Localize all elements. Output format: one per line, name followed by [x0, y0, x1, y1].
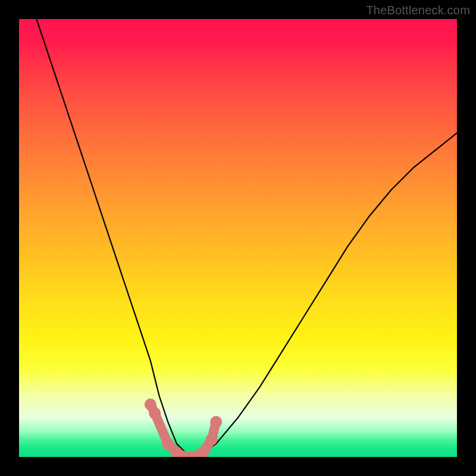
marker-dot [206, 434, 218, 446]
chart-svg [19, 19, 457, 457]
marker-dot [149, 407, 161, 419]
chart-frame: TheBottleneck.com [0, 0, 476, 476]
marker-dot [210, 416, 222, 428]
bottleneck-curve [36, 19, 457, 457]
curve-markers [145, 399, 222, 457]
marker-dot [162, 438, 174, 450]
plot-area [19, 19, 457, 457]
watermark-text: TheBottleneck.com [366, 4, 470, 17]
